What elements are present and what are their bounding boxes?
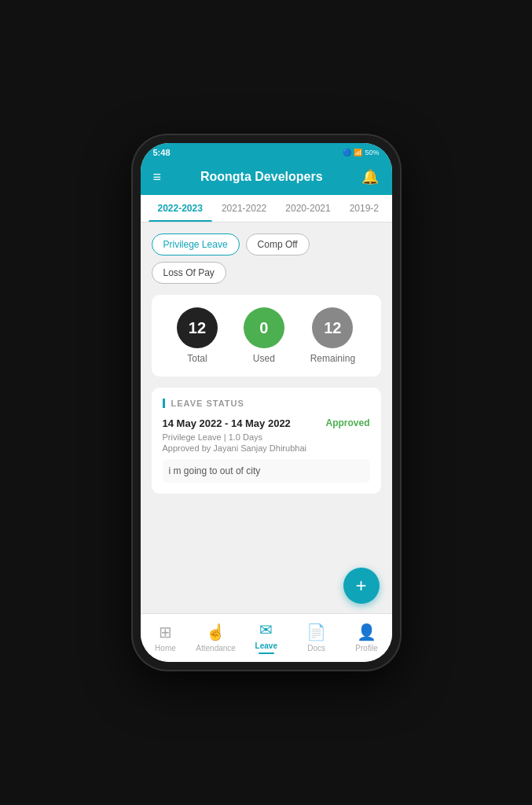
used-circle: 0: [244, 307, 284, 348]
nav-home-label: Home: [155, 644, 176, 652]
remaining-stat: 12 Remaining: [310, 307, 355, 364]
nav-leave-label: Leave: [255, 641, 277, 650]
attendance-icon: ☝: [206, 623, 226, 641]
menu-icon[interactable]: ≡: [153, 169, 162, 186]
remaining-circle: 12: [312, 307, 353, 348]
year-tab-2020[interactable]: 2020-2021: [276, 195, 339, 222]
remaining-label: Remaining: [310, 353, 355, 364]
leave-icon: ✉: [259, 620, 273, 639]
nav-attendance[interactable]: ☝ Attendance: [196, 623, 236, 652]
remaining-value: 12: [324, 319, 341, 337]
nav-active-indicator: [259, 652, 274, 654]
nav-docs-label: Docs: [307, 644, 325, 652]
year-tab-2021[interactable]: 2021-2022: [212, 195, 276, 222]
bluetooth-icon: 🔵: [343, 149, 351, 156]
used-value: 0: [259, 319, 268, 337]
main-content: Privilege Leave Comp Off Loss Of Pay 12 …: [141, 222, 392, 613]
leave-record-header: 14 May 2022 - 14 May 2022 Approved: [163, 417, 370, 429]
leave-dates: 14 May 2022 - 14 May 2022: [163, 417, 291, 429]
status-badge: Approved: [325, 417, 369, 428]
status-icons: 🔵 📶 50%: [343, 149, 379, 156]
home-icon: ⊞: [159, 623, 172, 641]
nav-docs[interactable]: 📄 Docs: [297, 623, 336, 652]
phone-frame: 5:48 🔵 📶 50% ≡ Roongta Developers 🔔 2022…: [133, 135, 400, 670]
total-circle: 12: [177, 307, 218, 348]
docs-icon: 📄: [306, 623, 326, 641]
nav-leave[interactable]: ✉ Leave: [247, 620, 286, 654]
leave-approved-by: Approved by Jayani Sanjay Dhirubhai: [163, 443, 370, 453]
section-title: LEAVE STATUS: [163, 399, 370, 408]
stats-card: 12 Total 0 Used 12 Remaining: [152, 295, 381, 377]
leave-record: 14 May 2022 - 14 May 2022 Approved Privi…: [163, 417, 370, 483]
leave-reason: i m going to out of city: [163, 459, 370, 483]
status-bar: 5:48 🔵 📶 50%: [141, 143, 392, 162]
nav-home[interactable]: ⊞ Home: [145, 623, 185, 652]
battery-text: 50%: [365, 149, 379, 156]
year-tabs: 2022-2023 2021-2022 2020-2021 2019-2: [141, 195, 392, 222]
total-label: Total: [187, 353, 207, 364]
year-tab-2019[interactable]: 2019-2: [340, 195, 388, 222]
app-header: ≡ Roongta Developers 🔔: [141, 162, 392, 195]
total-value: 12: [189, 319, 206, 337]
bell-icon[interactable]: 🔔: [361, 168, 379, 186]
profile-icon: 👤: [357, 623, 376, 641]
privilege-leave-btn[interactable]: Privilege Leave: [152, 233, 240, 255]
leave-meta: Privilege Leave | 1.0 Days: [163, 432, 370, 442]
nav-attendance-label: Attendance: [196, 644, 236, 652]
used-stat: 0 Used: [244, 307, 284, 364]
add-leave-fab[interactable]: +: [343, 568, 380, 604]
status-time: 5:48: [153, 148, 171, 157]
phone-screen: 5:48 🔵 📶 50% ≡ Roongta Developers 🔔 2022…: [141, 143, 392, 662]
year-tab-2022[interactable]: 2022-2023: [149, 195, 212, 222]
header-title: Roongta Developers: [200, 170, 323, 184]
leave-type-filters: Privilege Leave Comp Off Loss Of Pay: [152, 233, 381, 284]
signal-icon: 📶: [354, 149, 362, 156]
leave-status-section: LEAVE STATUS 14 May 2022 - 14 May 2022 A…: [152, 388, 381, 494]
used-label: Used: [253, 353, 275, 364]
comp-off-btn[interactable]: Comp Off: [246, 233, 310, 255]
loss-of-pay-btn[interactable]: Loss Of Pay: [152, 262, 226, 284]
nav-profile[interactable]: 👤 Profile: [347, 623, 387, 652]
bottom-nav: ⊞ Home ☝ Attendance ✉ Leave 📄 Docs 👤 Pro…: [141, 613, 392, 662]
total-stat: 12 Total: [177, 307, 218, 364]
nav-profile-label: Profile: [355, 644, 377, 652]
